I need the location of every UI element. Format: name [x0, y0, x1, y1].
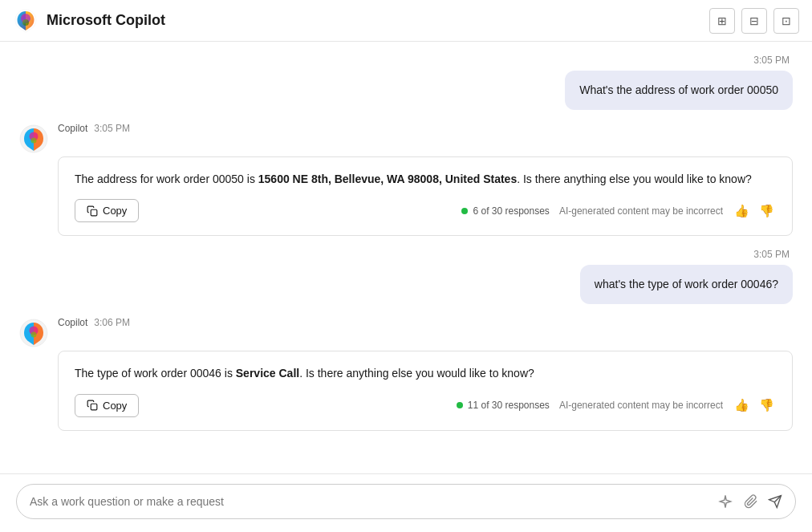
user-message-1: What's the address of work order 00050 [19, 71, 793, 110]
message2-timestamp: 3:05 PM [19, 249, 793, 260]
copilot-card-1: The address for work order 00050 is 1560… [58, 156, 793, 236]
copy-button-2[interactable]: Copy [75, 394, 139, 417]
card-footer-2: 11 of 30 responses AI-generated content … [457, 396, 776, 414]
copilot-row-1: Copilot 3:05 PM [19, 123, 793, 153]
header-left: Microsoft Copilot [13, 8, 165, 34]
copilot-name-1: Copilot [58, 123, 87, 134]
header-btn-3[interactable]: ⊡ [773, 8, 799, 34]
send-icon [768, 494, 782, 509]
user-message-2: what's the type of work order 00046? [19, 265, 793, 304]
copilot-response-1-section: Copilot 3:05 PM The address for work ord… [19, 123, 793, 249]
green-dot-1 [461, 208, 468, 214]
header-btn-2[interactable]: ⊟ [741, 8, 767, 34]
copilot-meta-2: Copilot 3:06 PM [58, 317, 130, 335]
feedback-btns-2: 👍 👎 [733, 396, 776, 414]
copy-icon-2 [87, 400, 98, 411]
chat-input[interactable] [30, 495, 708, 508]
copy-icon-1 [87, 205, 98, 217]
response2-text: The type of work order 00046 is Service … [75, 364, 776, 382]
svg-point-4 [31, 138, 37, 144]
user-bubble-2: what's the type of work order 00046? [580, 265, 793, 304]
copilot-avatar-1 [19, 124, 48, 153]
copilot-meta-1: Copilot 3:05 PM [58, 123, 130, 140]
svg-rect-9 [91, 404, 97, 411]
app-title: Microsoft Copilot [47, 12, 165, 29]
green-dot-2 [457, 402, 463, 408]
response-count-2: 11 of 30 responses [457, 400, 550, 411]
copilot-time-1: 3:05 PM [94, 123, 130, 134]
thumbs-down-1[interactable]: 👎 [757, 202, 776, 220]
header-btn-1[interactable]: ⊞ [709, 8, 735, 34]
input-box [16, 484, 796, 519]
card-actions-2: Copy 11 of 30 responses AI-generated con… [75, 394, 776, 417]
response-count-1: 6 of 30 responses [461, 205, 549, 217]
svg-point-8 [31, 332, 37, 338]
svg-rect-5 [91, 209, 97, 216]
app-header: Microsoft Copilot ⊞ ⊟ ⊡ [0, 0, 812, 42]
copilot-logo-icon [13, 8, 39, 34]
disclaimer-1: AI-generated content may be incorrect [559, 205, 723, 217]
response1-text: The address for work order 00050 is 1560… [75, 170, 776, 188]
send-button[interactable] [768, 494, 782, 509]
input-area [0, 473, 812, 532]
attachment-icon [744, 494, 758, 509]
thumbs-down-2[interactable]: 👎 [757, 396, 776, 414]
user-bubble-1: What's the address of work order 00050 [565, 71, 793, 110]
chat-area: 3:05 PM What's the address of work order… [0, 42, 812, 473]
copilot-card-2: The type of work order 00046 is Service … [58, 351, 793, 430]
message1-timestamp: 3:05 PM [19, 55, 793, 66]
copilot-row-2: Copilot 3:06 PM [19, 317, 793, 347]
disclaimer-2: AI-generated content may be incorrect [559, 400, 723, 411]
card-footer-1: 6 of 30 responses AI-generated content m… [461, 202, 776, 220]
card-actions-1: Copy 6 of 30 responses AI-generated cont… [75, 199, 776, 222]
svg-point-1 [22, 19, 29, 26]
thumbs-up-2[interactable]: 👍 [733, 396, 751, 414]
copilot-time-2: 3:06 PM [94, 317, 130, 328]
header-actions: ⊞ ⊟ ⊡ [709, 8, 799, 34]
copy-button-1[interactable]: Copy [75, 199, 139, 222]
copilot-name-2: Copilot [58, 317, 87, 328]
copilot-response-2-section: Copilot 3:06 PM The type of work order 0… [19, 317, 793, 443]
sparkle-icon [718, 494, 733, 509]
sparkle-icon-btn[interactable] [717, 493, 734, 510]
attachment-icon-btn[interactable] [742, 493, 760, 510]
copilot-avatar-2 [19, 319, 48, 347]
feedback-btns-1: 👍 👎 [733, 202, 776, 220]
thumbs-up-1[interactable]: 👍 [733, 202, 751, 220]
